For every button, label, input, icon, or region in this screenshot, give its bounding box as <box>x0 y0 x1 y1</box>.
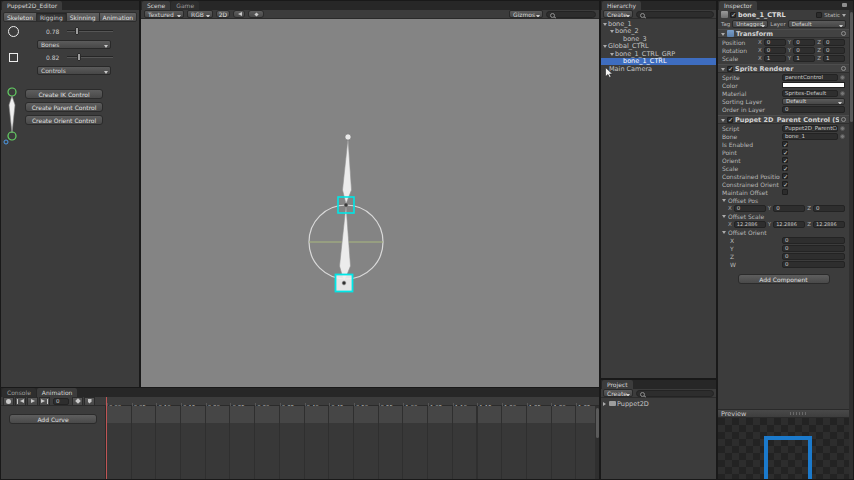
tag-dropdown[interactable]: Untagged <box>732 20 768 28</box>
scene-search-input[interactable] <box>546 11 596 18</box>
bone-2-shape[interactable] <box>343 138 352 204</box>
is-enabled-checkbox[interactable] <box>782 141 788 147</box>
rotation-z-field[interactable]: 0 <box>823 47 845 54</box>
constrained-position-checkbox[interactable] <box>782 173 788 179</box>
hierarchy-item-bone-1-ctrl-grp[interactable]: bone_1_CTRL_GRP <box>601 50 716 58</box>
timeline-playhead[interactable] <box>106 397 107 479</box>
hierarchy-item-bone-3[interactable]: bone_3 <box>601 35 716 43</box>
position-z-field[interactable]: 0 <box>823 39 845 46</box>
create-orient-control-button[interactable]: Create Orient Control <box>25 115 103 125</box>
hierarchy-item-bone-1[interactable]: bone_1 <box>601 20 716 28</box>
hierarchy-item-global-ctrl[interactable]: Global_CTRL <box>601 43 716 51</box>
add-component-button[interactable]: Add Component <box>738 274 830 284</box>
hierarchy-item-bone-2[interactable]: bone_2 <box>601 28 716 36</box>
bone-tip-joint[interactable] <box>345 134 351 140</box>
tab-skeleton[interactable]: Skeleton <box>3 12 37 22</box>
component-enabled-checkbox[interactable] <box>727 66 733 72</box>
foldout-arrow-icon[interactable] <box>722 215 726 220</box>
tab-project[interactable]: Project <box>602 380 633 389</box>
scene-effects-button[interactable] <box>248 10 264 18</box>
sprite-field[interactable]: parentControl <box>782 74 838 81</box>
add-keyframe-button[interactable] <box>72 397 83 406</box>
point-checkbox[interactable] <box>782 149 788 155</box>
bone-field[interactable]: bone_1 <box>782 133 838 140</box>
tab-animation-mode[interactable]: Animation <box>99 12 138 22</box>
color-swatch[interactable] <box>782 82 845 88</box>
bone-1-shape[interactable] <box>340 205 351 282</box>
rotation-y-field[interactable]: 0 <box>793 47 815 54</box>
gear-icon[interactable] <box>841 66 846 71</box>
position-x-field[interactable]: 0 <box>764 39 786 46</box>
shading-mode-dropdown[interactable]: Textured <box>144 10 184 18</box>
go-to-start-button[interactable] <box>15 397 26 406</box>
bone-size-slider[interactable] <box>67 26 113 35</box>
parent-control-header[interactable]: Puppet 2D_Parent Control (Script) <box>718 115 849 124</box>
add-curve-button[interactable]: Add Curve <box>9 414 97 424</box>
render-mode-dropdown[interactable]: RGB <box>187 10 213 18</box>
project-search-input[interactable] <box>636 390 714 397</box>
go-to-end-button[interactable] <box>39 397 50 406</box>
foldout-arrow-icon[interactable] <box>721 68 725 73</box>
tab-rigging[interactable]: Rigging <box>36 12 67 22</box>
project-create-dropdown[interactable]: Create <box>603 389 633 397</box>
bone-size-value[interactable]: 0.78 <box>46 28 59 35</box>
foldout-arrow-icon[interactable] <box>610 53 614 58</box>
tab-game[interactable]: Game <box>171 1 199 10</box>
animation-scrollbar[interactable] <box>595 406 599 479</box>
foldout-arrow-icon[interactable] <box>721 33 725 38</box>
sorting-layer-dropdown[interactable]: Default <box>782 98 845 105</box>
hierarchy-item-bone-1-ctrl[interactable]: bone_1_CTRL <box>601 58 716 66</box>
scene-audio-button[interactable] <box>233 10 245 18</box>
maintain-offset-checkbox[interactable] <box>782 189 788 195</box>
script-field[interactable]: Puppet2D_ParentControl <box>782 125 838 132</box>
tab-skinning[interactable]: Skinning <box>66 12 100 22</box>
tab-inspector[interactable]: Inspector <box>719 1 757 10</box>
static-dropdown-icon[interactable] <box>842 14 846 19</box>
offset-scale-z-field[interactable]: 12.2886 <box>813 221 845 228</box>
offset-orient-y-field[interactable]: 0 <box>782 245 845 252</box>
foldout-arrow-icon[interactable] <box>603 45 607 50</box>
offset-orient-z-field[interactable]: 0 <box>782 253 845 260</box>
offset-scale-y-field[interactable]: 12.2886 <box>773 221 805 228</box>
record-button[interactable] <box>3 397 14 406</box>
gear-icon[interactable] <box>841 117 846 122</box>
control-size-value[interactable]: 0.82 <box>46 54 59 61</box>
hierarchy-create-dropdown[interactable]: Create <box>603 10 633 18</box>
object-picker-icon[interactable] <box>840 134 845 139</box>
rotation-x-field[interactable]: 0 <box>764 47 786 54</box>
offset-pos-z-field[interactable]: 0 <box>813 205 845 212</box>
foldout-arrow-icon[interactable] <box>722 199 726 204</box>
offset-scale-x-field[interactable]: 12.2886 <box>734 221 766 228</box>
scale-x-field[interactable]: 1 <box>764 55 786 62</box>
slider-thumb[interactable] <box>75 27 79 35</box>
position-y-field[interactable]: 0 <box>793 39 815 46</box>
scale-z-field[interactable]: 1 <box>823 55 845 62</box>
timeline-ruler[interactable]: 0:000:050:100:150:200:250:300:350:400:45… <box>106 397 599 406</box>
preview-header[interactable]: Preview <box>718 409 853 418</box>
control-size-slider[interactable] <box>67 52 113 61</box>
order-in-layer-field[interactable]: 0 <box>782 106 845 113</box>
play-button[interactable] <box>27 397 38 406</box>
gear-icon[interactable] <box>841 31 846 36</box>
project-folder-puppet2d[interactable]: Puppet2D <box>601 400 716 408</box>
sprite-renderer-header[interactable]: Sprite Renderer <box>718 64 849 73</box>
inspector-scrollbar[interactable] <box>849 10 853 479</box>
object-name[interactable]: bone_1_CTRL <box>738 11 786 19</box>
constrained-orient-checkbox[interactable] <box>782 181 788 187</box>
scale-checkbox[interactable] <box>782 165 788 171</box>
lock-icon[interactable] <box>842 3 847 7</box>
foldout-arrow-icon[interactable] <box>721 119 725 124</box>
toggle-2d-button[interactable]: 2D <box>216 10 230 18</box>
foldout-arrow-icon[interactable] <box>603 402 608 406</box>
object-picker-icon[interactable] <box>840 126 845 131</box>
tab-scene[interactable]: Scene <box>142 1 170 10</box>
current-frame-field[interactable]: 0 <box>53 398 69 405</box>
foldout-arrow-icon[interactable] <box>722 231 726 236</box>
create-parent-control-button[interactable]: Create Parent Control <box>25 102 103 112</box>
offset-orient-x-field[interactable]: 0 <box>782 237 845 244</box>
foldout-arrow-icon[interactable] <box>610 30 614 35</box>
hierarchy-search-input[interactable] <box>636 11 714 18</box>
material-field[interactable]: Sprites-Default <box>782 90 838 97</box>
hierarchy-item-main-camera[interactable]: Main Camera <box>601 65 716 73</box>
controls-dropdown[interactable]: Controls <box>37 66 111 75</box>
